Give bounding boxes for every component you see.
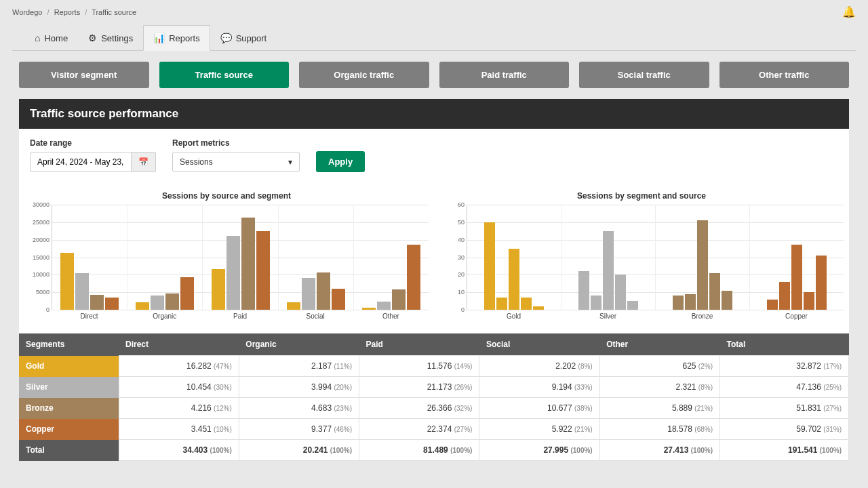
cell: 32.872 (17%) bbox=[719, 356, 848, 377]
bar bbox=[332, 289, 345, 310]
x-label: Other bbox=[353, 310, 429, 320]
x-label: Organic bbox=[127, 310, 202, 320]
bar bbox=[509, 249, 519, 310]
col-direct: Direct bbox=[119, 333, 239, 356]
breadcrumb: Wordego / Reports / Traffic source bbox=[12, 8, 136, 16]
bar bbox=[90, 295, 104, 310]
nav-reports[interactable]: 📊Reports bbox=[143, 25, 210, 51]
nav-support[interactable]: 💬Support bbox=[210, 25, 277, 50]
col-segments: Segments bbox=[19, 333, 119, 356]
bar bbox=[722, 291, 732, 310]
bar bbox=[180, 277, 194, 310]
x-label: Social bbox=[278, 310, 353, 320]
row-label: Bronze bbox=[19, 398, 119, 419]
cell: 26.366 (32%) bbox=[359, 398, 479, 419]
cell: 4.683 (23%) bbox=[239, 398, 359, 419]
metrics-label: Report metrics bbox=[172, 138, 300, 148]
table-row: Copper3.451 (10%)9.377 (46%)22.374 (27%)… bbox=[19, 419, 849, 440]
tab-organic-traffic[interactable]: Organic traffic bbox=[299, 62, 429, 88]
date-range-input[interactable] bbox=[30, 152, 132, 172]
col-paid: Paid bbox=[359, 333, 479, 356]
settings-icon: ⚙ bbox=[88, 33, 97, 43]
bar bbox=[302, 278, 315, 310]
bar bbox=[407, 245, 420, 310]
cell: 18.578 (68%) bbox=[599, 419, 719, 440]
bar bbox=[603, 231, 614, 310]
x-label: Copper bbox=[749, 310, 844, 320]
table-row: Bronze4.216 (12%)4.683 (23%)26.366 (32%)… bbox=[19, 398, 849, 419]
table-row: Total34.403 (100%)20.241 (100%)81.489 (1… bbox=[19, 440, 849, 461]
panel-title: Traffic source performance bbox=[19, 99, 849, 129]
cell: 11.576 (14%) bbox=[359, 356, 479, 377]
cell: 191.541 (100%) bbox=[719, 440, 848, 461]
nav-settings[interactable]: ⚙Settings bbox=[78, 25, 143, 50]
table-row: Gold16.282 (47%)2.187 (11%)11.576 (14%)2… bbox=[19, 356, 849, 377]
cell: 16.282 (47%) bbox=[119, 356, 239, 377]
tab-paid-traffic[interactable]: Paid traffic bbox=[439, 62, 570, 88]
tab-traffic-source[interactable]: Traffic source bbox=[159, 62, 290, 88]
cell: 27.413 (100%) bbox=[599, 440, 719, 461]
main-nav: ⌂Home⚙Settings📊Reports💬Support bbox=[12, 18, 856, 51]
date-range-label: Date range bbox=[30, 138, 156, 148]
cell: 5.922 (21%) bbox=[479, 419, 599, 440]
bar bbox=[615, 274, 626, 310]
cell: 9.194 (33%) bbox=[479, 377, 599, 398]
tab-other-traffic[interactable]: Other traffic bbox=[719, 62, 850, 88]
cell: 51.831 (27%) bbox=[719, 398, 848, 419]
bar bbox=[136, 302, 149, 310]
x-label: Paid bbox=[202, 310, 277, 320]
metrics-select[interactable]: Sessions ▾ bbox=[172, 152, 300, 172]
cell: 4.216 (12%) bbox=[119, 398, 239, 419]
chart-0: Sessions by source and segment0500010000… bbox=[24, 191, 429, 320]
row-label: Total bbox=[19, 440, 119, 461]
bar bbox=[256, 231, 270, 310]
cell: 59.702 (31%) bbox=[719, 419, 848, 440]
cell: 2.187 (11%) bbox=[239, 356, 359, 377]
calendar-icon[interactable]: 📅 bbox=[132, 152, 156, 172]
chart-1: Sessions by segment and source0102030405… bbox=[439, 191, 844, 320]
bar bbox=[60, 253, 74, 310]
bar bbox=[578, 271, 589, 310]
bar bbox=[151, 296, 164, 310]
x-label: Direct bbox=[52, 310, 127, 320]
cell: 3.994 (20%) bbox=[239, 377, 359, 398]
bar bbox=[392, 289, 406, 310]
nav-home[interactable]: ⌂Home bbox=[24, 25, 78, 50]
bar bbox=[816, 256, 827, 310]
bar bbox=[377, 302, 391, 310]
bar bbox=[627, 301, 638, 310]
bar bbox=[75, 273, 89, 310]
chart-title: Sessions by segment and source bbox=[439, 191, 844, 201]
bar bbox=[804, 292, 814, 310]
col-organic: Organic bbox=[239, 333, 359, 356]
bar bbox=[767, 300, 778, 310]
bar bbox=[484, 222, 495, 310]
x-label: Bronze bbox=[655, 310, 749, 320]
bar bbox=[226, 236, 240, 310]
cell: 34.403 (100%) bbox=[119, 440, 239, 461]
col-other: Other bbox=[599, 333, 719, 356]
bar bbox=[673, 296, 684, 310]
bar bbox=[362, 308, 376, 310]
apply-button[interactable]: Apply bbox=[316, 151, 365, 172]
tab-social-traffic[interactable]: Social traffic bbox=[579, 62, 709, 88]
bar bbox=[533, 306, 544, 310]
cell: 2.202 (8%) bbox=[479, 356, 599, 377]
notifications-icon[interactable]: 🔔 bbox=[842, 5, 856, 18]
cell: 47.136 (25%) bbox=[719, 377, 848, 398]
row-label: Gold bbox=[19, 356, 119, 377]
table-row: Silver10.454 (30%)3.994 (20%)21.173 (26%… bbox=[19, 377, 849, 398]
report-tabs: Visitor segmentTraffic sourceOrganic tra… bbox=[0, 51, 868, 99]
crumb-root[interactable]: Wordego bbox=[12, 8, 42, 16]
bar bbox=[591, 296, 601, 310]
crumb-reports[interactable]: Reports bbox=[54, 8, 81, 16]
bar bbox=[317, 272, 330, 310]
row-label: Silver bbox=[19, 377, 119, 398]
bar bbox=[165, 293, 179, 310]
cell: 10.454 (30%) bbox=[119, 377, 239, 398]
reports-icon: 📊 bbox=[153, 33, 165, 43]
chart-title: Sessions by source and segment bbox=[24, 191, 429, 201]
tab-visitor-segment[interactable]: Visitor segment bbox=[19, 62, 149, 88]
x-label: Gold bbox=[467, 310, 561, 320]
cell: 9.377 (46%) bbox=[239, 419, 359, 440]
